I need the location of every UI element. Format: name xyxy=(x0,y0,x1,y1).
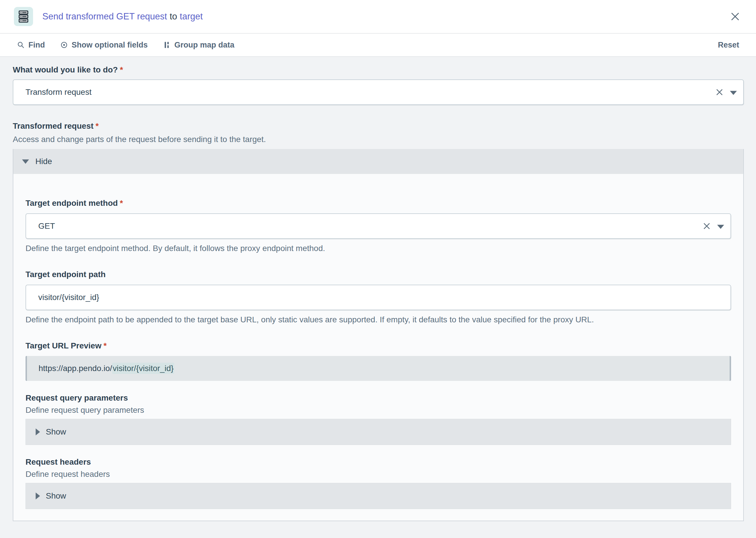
operation-select-value: Transform request xyxy=(26,87,91,97)
find-button[interactable]: Find xyxy=(17,40,45,50)
panel-header: Send transformed GET request to target xyxy=(0,0,756,34)
operation-label: What would you like to do?* xyxy=(13,65,744,75)
query-parameters-description: Define request query parameters xyxy=(26,405,731,415)
required-asterisk: * xyxy=(103,341,107,350)
query-parameters-show-label: Show xyxy=(46,427,66,437)
reset-label: Reset xyxy=(718,40,739,50)
required-asterisk: * xyxy=(96,122,99,131)
hide-toggle-label: Hide xyxy=(35,157,52,166)
search-icon xyxy=(17,41,25,49)
required-asterisk: * xyxy=(120,198,123,207)
form-content: What would you like to do?* Transform re… xyxy=(0,57,756,521)
group-map-data-label: Group map data xyxy=(174,40,234,50)
operation-select[interactable]: Transform request xyxy=(13,80,744,105)
url-preview-label: Target URL Preview* xyxy=(26,341,731,351)
url-appended-path: visitor/{visitor_id} xyxy=(112,363,174,374)
path-help-text: Define the endpoint path to be appended … xyxy=(26,315,731,325)
clear-icon[interactable] xyxy=(714,86,725,98)
title-connector-text: to xyxy=(170,11,177,22)
method-help-text: Define the target endpoint method. By de… xyxy=(26,243,731,253)
request-headers-description: Define request headers xyxy=(26,469,731,479)
show-optional-fields-button[interactable]: Show optional fields xyxy=(60,40,148,50)
triangle-right-icon xyxy=(36,493,40,500)
method-select-value: GET xyxy=(38,221,55,231)
query-parameters-show-toggle[interactable]: Show xyxy=(26,419,731,445)
server-stack-icon xyxy=(14,7,33,26)
connector-config-panel: Send transformed GET request to target xyxy=(0,0,756,538)
request-headers-show-label: Show xyxy=(46,491,66,501)
url-base-text: https://app.pendo.io/ xyxy=(38,364,112,373)
chevron-down-icon[interactable] xyxy=(730,91,737,95)
operation-title-link[interactable]: Send transformed GET request xyxy=(42,11,167,22)
form-toolbar: Find Show optional fields xyxy=(0,34,756,57)
method-select[interactable]: GET xyxy=(26,213,731,239)
close-icon xyxy=(730,12,740,22)
url-preview-value: https://app.pendo.io/visitor/{visitor_id… xyxy=(38,364,174,373)
chevron-down-icon[interactable] xyxy=(717,225,724,229)
group-columns-icon xyxy=(163,41,171,49)
method-label: Target endpoint method* xyxy=(26,198,731,208)
path-input[interactable]: visitor/{visitor_id} xyxy=(26,285,731,310)
request-headers-show-toggle[interactable]: Show xyxy=(26,483,731,509)
close-button[interactable] xyxy=(728,10,742,24)
find-label: Find xyxy=(28,40,45,50)
transformed-request-label: Transformed request* xyxy=(13,121,744,131)
transformed-request-group: Hide Target endpoint method* GET xyxy=(13,149,744,521)
page-title: Send transformed GET request to target xyxy=(42,11,203,22)
reset-button[interactable]: Reset xyxy=(718,40,739,50)
path-label: Target endpoint path xyxy=(26,270,731,280)
path-input-value: visitor/{visitor_id} xyxy=(38,293,99,302)
triangle-down-icon xyxy=(22,159,29,164)
transformed-request-body: Target endpoint method* GET Defi xyxy=(13,174,743,521)
show-optional-fields-label: Show optional fields xyxy=(72,40,148,50)
query-parameters-label: Request query parameters xyxy=(26,393,731,403)
request-headers-label: Request headers xyxy=(26,457,731,467)
group-map-data-button[interactable]: Group map data xyxy=(163,40,234,50)
eye-dot-icon xyxy=(60,41,68,49)
clear-icon[interactable] xyxy=(701,220,713,232)
required-asterisk: * xyxy=(120,65,123,74)
transformed-request-description: Access and change parts of the request b… xyxy=(13,134,744,144)
target-title-link[interactable]: target xyxy=(180,11,203,22)
triangle-right-icon xyxy=(36,428,40,435)
url-preview-field: https://app.pendo.io/visitor/{visitor_id… xyxy=(26,356,731,381)
hide-toggle[interactable]: Hide xyxy=(13,149,743,174)
